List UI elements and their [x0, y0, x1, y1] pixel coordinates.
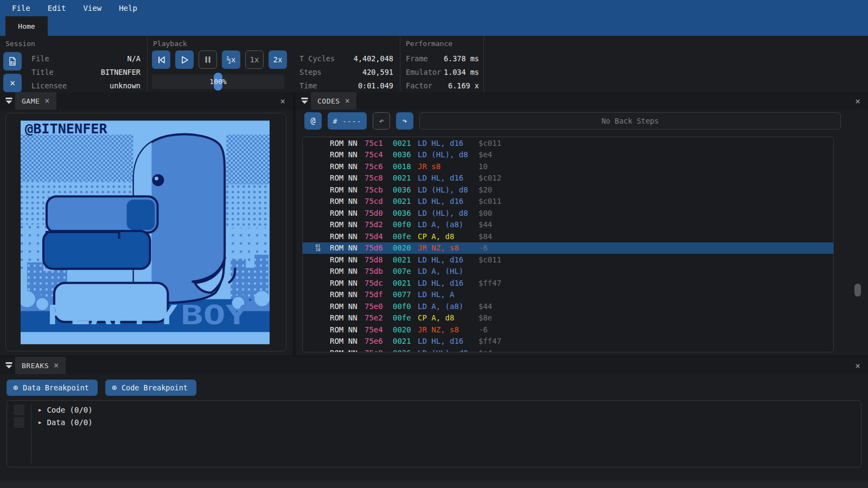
panel-menu-icon[interactable] [5, 97, 13, 105]
session-title-value: BITNENFER [101, 68, 141, 76]
breakpoint-buttons: ⊕ Data Breakpoint ⊕ Code Breakpoint [7, 380, 196, 396]
game-screen[interactable]: @BITNENFER [21, 120, 270, 344]
code-operand: $ff47 [478, 337, 833, 345]
chevron-right-icon[interactable]: ▶ [39, 407, 41, 413]
code-instruction: LD (HL), d8 [418, 185, 478, 194]
code-row[interactable]: ROM NN75c60018JR s810 [303, 160, 833, 172]
credit-text: @BITNENFER [25, 121, 107, 137]
code-breakpoints-checkbox[interactable] [14, 404, 24, 415]
add-code-breakpoint-button[interactable]: ⊕ Code Breakpoint [105, 380, 196, 396]
breaks-panel-close-icon[interactable]: × [855, 361, 860, 371]
tab-game[interactable]: GAME × [15, 92, 56, 110]
codes-panel-close-icon[interactable]: × [855, 96, 860, 106]
code-opcode: 0020 [393, 243, 418, 252]
game-title-boy: BOY [181, 299, 248, 331]
data-breakpoints-checkbox[interactable] [14, 417, 24, 428]
speed-2x-button[interactable]: 2x [269, 50, 287, 69]
tree-group-data[interactable]: ▶ Data (0/0) [39, 416, 93, 428]
speed-slider[interactable]: 100% [152, 74, 284, 89]
steps-label: Steps [299, 68, 322, 76]
code-operand: -6 [478, 325, 833, 334]
tab-codes[interactable]: CODES × [311, 92, 356, 110]
session-file-row: File N/A [31, 53, 141, 64]
code-instruction: JR NZ, s8 [418, 325, 478, 334]
code-row[interactable]: ROM NN75cd0021LD HL, d16$c011 [303, 196, 833, 208]
speed-1x-button[interactable]: 1x [245, 50, 264, 69]
code-operand: $20 [478, 185, 833, 194]
tab-home[interactable]: Home [5, 16, 48, 36]
tree-group-data-label: Data (0/0) [47, 418, 92, 427]
code-row[interactable]: ROM NN75e40020JR NZ, s8-6 [303, 324, 833, 336]
menu-help[interactable]: Help [110, 4, 146, 12]
tree-group-code[interactable]: ▶ Code (0/0) [39, 404, 93, 416]
code-row-current[interactable]: 0110ROM NN75d60020JR NZ, s8-6 [303, 242, 833, 254]
pause-button[interactable] [199, 50, 217, 69]
listing-scrollbar-thumb[interactable] [854, 284, 861, 297]
code-operand: $44 [478, 220, 833, 229]
code-opcode: 0036 [393, 209, 418, 217]
code-instruction: LD HL, d16 [418, 279, 478, 287]
codes-panel: CODES × × @ # ---- ↶ ↷ No Back Steps ROM… [296, 92, 868, 356]
code-row[interactable]: ROM NN75e000f0LD A, (a8)$44 [303, 300, 833, 312]
code-row[interactable]: ROM NN75dc0021LD HL, d16$ff47 [303, 277, 833, 289]
code-row[interactable]: ROM NN75e60021LD HL, d16$ff47 [303, 336, 833, 348]
code-row[interactable]: ROM NN75d00036LD (HL), d8$00 [303, 207, 833, 219]
code-row[interactable]: ROM NN75db007eLD A, (HL) [303, 266, 833, 278]
code-operand: $e4 [478, 150, 833, 159]
skip-to-start-button[interactable] [152, 50, 170, 69]
emulator-label: Emulator [406, 68, 441, 76]
code-address: 75e0 [365, 302, 393, 311]
goto-line-button[interactable]: # ---- [328, 112, 367, 130]
breakpoints-tree: ▶ Code (0/0) ▶ Data (0/0) [7, 400, 861, 467]
tab-breaks[interactable]: BREAKS × [15, 357, 66, 374]
code-row[interactable]: ROM NN75d80021LD HL, d16$c011 [303, 254, 833, 266]
tab-codes-close-icon[interactable]: × [345, 96, 350, 106]
code-opcode: 0021 [393, 174, 418, 182]
close-session-button[interactable]: × [3, 74, 22, 92]
code-opcode: 0020 [393, 325, 418, 334]
code-instruction: LD HL, d16 [418, 255, 478, 264]
code-row[interactable]: ROM NN75c10021LD HL, d16$c011 [303, 137, 833, 149]
game-panel-close-icon[interactable]: × [280, 96, 285, 106]
menu-file[interactable]: File [3, 4, 39, 12]
goto-address-button[interactable]: @ [304, 112, 322, 130]
session-licensee-label: Licensee [31, 81, 67, 90]
codes-panel-header: CODES × × [296, 92, 868, 110]
disassembly-listing[interactable]: ROM NN75c10021LD HL, d16$c011ROM NN75c40… [302, 137, 834, 352]
menu-view[interactable]: View [74, 4, 110, 12]
load-rom-button[interactable]: 01 [3, 52, 22, 70]
panel-menu-icon[interactable] [5, 362, 13, 369]
code-row[interactable]: ROM NN75e90036LD (HL), d8$e4 [303, 347, 833, 352]
tab-breaks-close-icon[interactable]: × [54, 361, 59, 370]
toolbar: Session 01 × File N/A Title BITNENFER L [0, 36, 868, 92]
code-row[interactable]: ROM NN75e200feCP A, d8$8e [303, 312, 833, 324]
redo-step-button[interactable]: ↷ [396, 112, 413, 130]
undo-step-button[interactable]: ↶ [373, 112, 390, 130]
factor-value: 6.169 x [448, 81, 479, 90]
panel-menu-icon[interactable] [301, 97, 309, 105]
code-row[interactable]: ROM NN75df0077LD HL, A [303, 289, 833, 301]
play-button[interactable] [175, 50, 194, 69]
code-row[interactable]: ROM NN75c40036LD (HL), d8$e4 [303, 149, 833, 161]
frame-value: 6.378 ms [444, 54, 479, 63]
code-instruction: LD HL, d16 [418, 139, 478, 147]
chevron-right-icon[interactable]: ▶ [39, 420, 41, 425]
code-opcode: 0036 [393, 349, 418, 352]
code-operand: -6 [478, 243, 833, 252]
pause-icon [203, 55, 212, 64]
menu-edit[interactable]: Edit [39, 4, 75, 12]
code-row[interactable]: ROM NN75c80021LD HL, d16$c012 [303, 172, 833, 184]
code-address: 75d6 [365, 243, 393, 252]
codes-toolbar: @ # ---- ↶ ↷ No Back Steps [304, 112, 841, 130]
emulator-value: 1.034 ms [444, 68, 479, 76]
add-data-breakpoint-button[interactable]: ⊕ Data Breakpoint [7, 380, 98, 396]
code-address: 75c6 [365, 162, 393, 171]
code-address: 75d2 [365, 220, 393, 229]
code-row[interactable]: ROM NN75cb0036LD (HL), d8$20 [303, 184, 833, 196]
code-row[interactable]: ROM NN75d400feCP A, d8$84 [303, 230, 833, 242]
tab-game-close-icon[interactable]: × [44, 96, 50, 106]
code-row[interactable]: ROM NN75d200f0LD A, (a8)$44 [303, 219, 833, 231]
code-bank: ROM NN [330, 162, 365, 171]
code-bank: ROM NN [330, 139, 365, 147]
speed-half-button[interactable]: ½x [222, 50, 240, 69]
